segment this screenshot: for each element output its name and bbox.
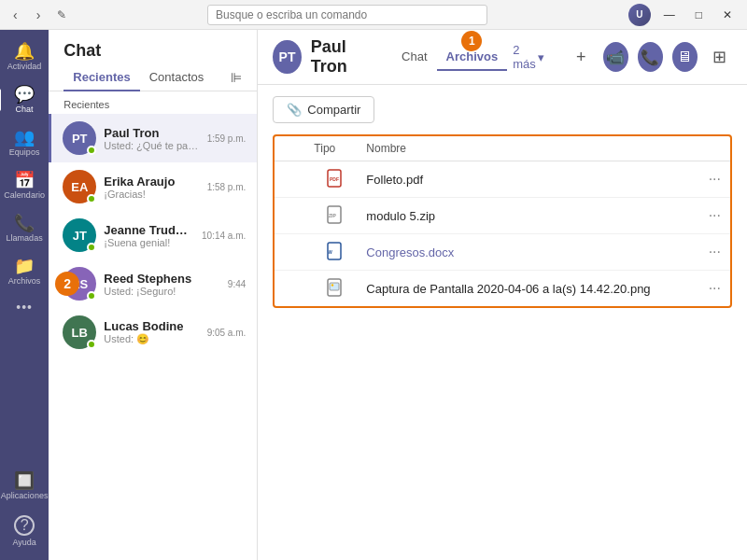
svg-point-8 xyxy=(331,284,333,286)
contact-preview: ¡Suena genial! xyxy=(104,237,194,248)
equipos-label: Equipos xyxy=(9,147,40,157)
file-name-folleto: Folleto.pdf xyxy=(366,173,687,187)
tab-recientes[interactable]: Recientes xyxy=(63,64,139,91)
video-call-button[interactable]: 📹 xyxy=(603,42,628,72)
close-button[interactable]: ✕ xyxy=(715,7,740,23)
recientes-section-label: Recientes xyxy=(49,91,257,114)
contact-time: 1:58 p.m. xyxy=(207,182,247,192)
chat-list-title: Chat xyxy=(63,41,101,61)
file-row-folleto[interactable]: PDF Folleto.pdf ··· xyxy=(275,161,730,198)
docx-icon: W xyxy=(314,242,359,262)
actividad-icon: 🔔 xyxy=(14,43,35,60)
more-icon: ••• xyxy=(16,301,33,314)
svg-text:ZIP: ZIP xyxy=(329,213,336,218)
sidebar-item-archivos[interactable]: 📁 Archivos xyxy=(2,252,47,291)
archivos-label: Archivos xyxy=(8,276,41,286)
maximize-button[interactable]: □ xyxy=(688,7,710,23)
contact-list: PT Paul Tron Usted: ¿Qué te parece? 1:59… xyxy=(49,114,257,560)
file-more-folleto[interactable]: ··· xyxy=(695,171,721,188)
contact-preview: Usted: 😊 xyxy=(104,333,199,345)
status-dot xyxy=(87,194,96,203)
chevron-down-icon: ▾ xyxy=(538,50,544,64)
tab-archivos[interactable]: Archivos 1 xyxy=(437,44,508,71)
back-button[interactable]: ‹ xyxy=(7,6,23,24)
share-button[interactable]: 📎 Compartir xyxy=(273,96,374,123)
main-content: PT Paul Tron Chat Archivos 1 2 más ▾ + 📹… xyxy=(258,30,747,560)
sidebar-item-chat[interactable]: 💬 Chat xyxy=(2,80,47,119)
user-avatar[interactable]: U xyxy=(628,4,651,26)
contact-preview: Usted: ¡Seguro! xyxy=(104,286,220,297)
step-badge-1: 1 xyxy=(461,31,482,51)
avatar-jeanne-trudeau: JT xyxy=(63,218,96,252)
status-dot xyxy=(87,146,96,155)
search-input[interactable] xyxy=(207,5,487,25)
contact-info-paul-tron: Paul Tron Usted: ¿Qué te parece? xyxy=(104,126,199,151)
sidebar-nav: 🔔 Actividad 💬 Chat 👥 Equipos 📅 Calendari… xyxy=(0,30,49,560)
avatar-lucas-bodine: LB xyxy=(63,315,96,349)
filter-icon[interactable]: ⊫ xyxy=(231,70,242,85)
contact-info-reed-stephens: Reed Stephens Usted: ¡Seguro! xyxy=(104,272,220,297)
contact-name: Paul Tron xyxy=(104,126,199,140)
archivos-tab-label: Archivos xyxy=(446,49,499,63)
contact-name: Jeanne Trudeau xyxy=(104,223,194,237)
contact-info-jeanne-trudeau: Jeanne Trudeau ¡Suena genial! xyxy=(104,223,194,248)
status-dot xyxy=(87,291,96,301)
sidebar-item-calendario[interactable]: 📅 Calendario xyxy=(2,166,47,205)
chat-list-header: Chat xyxy=(49,30,257,64)
edit-icon[interactable]: ✎ xyxy=(57,8,66,21)
more-options-button[interactable]: ⊞ xyxy=(707,42,732,72)
contact-preview: ¡Gracias! xyxy=(104,189,199,200)
llamadas-label: Llamadas xyxy=(7,233,43,243)
tab-contactos[interactable]: Contactos xyxy=(140,64,214,91)
avatar-paul-tron: PT xyxy=(63,121,96,155)
contact-item-jeanne-trudeau[interactable]: JT Jeanne Trudeau ¡Suena genial! 10:14 a… xyxy=(49,211,257,259)
contact-item-paul-tron[interactable]: PT Paul Tron Usted: ¿Qué te parece? 1:59… xyxy=(49,114,257,162)
sidebar-item-ayuda[interactable]: ? Ayuda xyxy=(2,510,47,553)
file-row-congresos[interactable]: W Congresos.docx ··· xyxy=(275,234,730,271)
chat-label: Chat xyxy=(16,105,34,114)
chat-list-panel: Chat Recientes Contactos ⊫ Recientes PT … xyxy=(49,30,258,560)
contact-time: 9:05 a.m. xyxy=(207,328,247,338)
contact-info-lucas-bodine: Lucas Bodine Usted: 😊 xyxy=(104,319,199,345)
file-more-congresos[interactable]: ··· xyxy=(695,244,721,260)
file-name-congresos[interactable]: Congresos.docx xyxy=(366,245,687,259)
share-label: Compartir xyxy=(307,103,360,117)
contact-item-lucas-bodine[interactable]: LB Lucas Bodine Usted: 😊 9:05 a.m. xyxy=(49,308,257,357)
contact-item-erika-araujo[interactable]: EA Erika Araujo ¡Gracias! 1:58 p.m. xyxy=(49,162,257,211)
file-name-captura: Captura de Pantalla 2020-04-06 a la(s) 1… xyxy=(366,282,687,296)
tab-chat[interactable]: Chat xyxy=(392,44,436,71)
more-tabs-button[interactable]: 2 más ▾ xyxy=(507,39,550,75)
aplicaciones-icon: 🔲 xyxy=(14,472,35,489)
contact-name: Erika Araujo xyxy=(104,175,199,189)
sidebar-item-actividad[interactable]: 🔔 Actividad xyxy=(2,37,47,77)
file-more-modulo5[interactable]: ··· xyxy=(695,207,721,224)
sidebar-item-aplicaciones[interactable]: 🔲 Aplicaciones xyxy=(2,467,47,506)
audio-call-button[interactable]: 📞 xyxy=(638,42,663,72)
contact-name: Reed Stephens xyxy=(104,272,220,286)
aplicaciones-label: Aplicaciones xyxy=(1,491,49,500)
status-dot xyxy=(87,340,96,349)
title-bar: ‹ › ✎ U — □ ✕ xyxy=(0,0,747,30)
screen-share-button[interactable]: 🖥 xyxy=(672,42,698,72)
actividad-label: Actividad xyxy=(7,62,42,71)
files-table: Tipo Nombre PDF Folleto.pdf ··· xyxy=(273,134,732,308)
sidebar-item-llamadas[interactable]: 📞 Llamadas xyxy=(2,209,47,248)
add-participant-button[interactable]: + xyxy=(569,42,594,72)
chat-icon: 💬 xyxy=(14,86,35,103)
contact-info-erika-araujo: Erika Araujo ¡Gracias! xyxy=(104,175,199,200)
file-row-modulo5[interactable]: ZIP modulo 5.zip ··· xyxy=(275,198,730,234)
header-type: Tipo xyxy=(314,142,359,155)
equipos-icon: 👥 xyxy=(14,129,35,146)
contact-item-reed-stephens[interactable]: 2 RS Reed Stephens Usted: ¡Seguro! 9:44 xyxy=(49,259,257,308)
ayuda-label: Ayuda xyxy=(12,538,35,547)
search-bar xyxy=(66,5,627,25)
contact-preview: Usted: ¿Qué te parece? xyxy=(104,140,199,151)
title-bar-right: U — □ ✕ xyxy=(628,4,740,26)
minimize-button[interactable]: — xyxy=(656,7,683,23)
file-more-captura[interactable]: ··· xyxy=(695,280,721,297)
file-row-captura[interactable]: Captura de Pantalla 2020-04-06 a la(s) 1… xyxy=(275,271,730,306)
forward-button[interactable]: › xyxy=(31,6,47,24)
sidebar-item-more[interactable]: ••• xyxy=(2,295,47,319)
sidebar-item-equipos[interactable]: 👥 Equipos xyxy=(2,123,47,162)
calendario-icon: 📅 xyxy=(14,172,35,189)
